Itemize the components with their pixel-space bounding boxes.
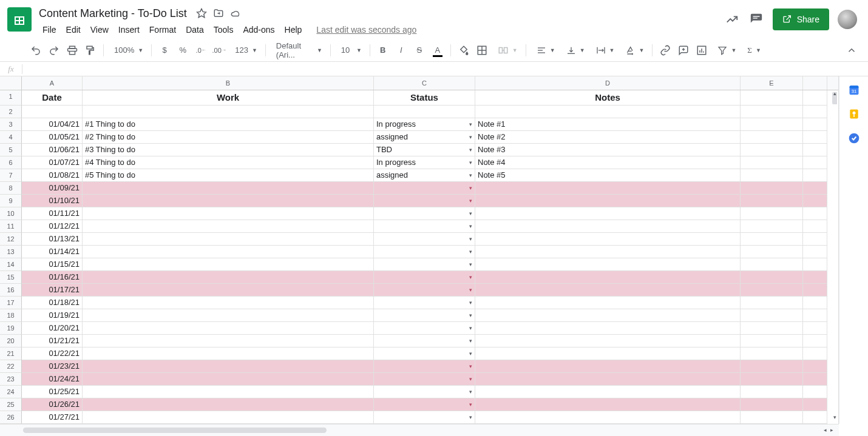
row-header[interactable]: 4: [0, 131, 22, 144]
row-header[interactable]: 5: [0, 144, 22, 156]
strikethrough-button[interactable]: S: [412, 42, 427, 58]
sheet-scroll-left[interactable]: ◂: [822, 426, 829, 434]
cell[interactable]: [741, 90, 803, 106]
cell[interactable]: [741, 271, 803, 284]
cell[interactable]: [741, 411, 803, 424]
menu-data[interactable]: Data: [181, 22, 209, 37]
format-percent-button[interactable]: %: [175, 42, 191, 58]
print-button[interactable]: [64, 42, 80, 58]
status-dropdown-cell[interactable]: [374, 233, 475, 246]
row-header[interactable]: 11: [0, 220, 22, 233]
cell[interactable]: [741, 106, 803, 118]
status-dropdown-cell[interactable]: [374, 195, 475, 207]
cell[interactable]: 01/10/21: [22, 195, 83, 207]
fill-color-button[interactable]: [456, 42, 472, 58]
cell[interactable]: #5 Thing to do: [83, 169, 374, 182]
cell[interactable]: 01/20/21: [22, 322, 83, 335]
status-dropdown-cell[interactable]: [374, 335, 475, 347]
merge-cells-dropdown[interactable]: ▼: [492, 42, 521, 58]
cell[interactable]: 01/04/21: [22, 118, 83, 131]
cell[interactable]: 01/15/21: [22, 258, 83, 271]
cell[interactable]: #1 Thing to do: [83, 118, 374, 131]
font-family-dropdown[interactable]: Default (Ari...▼: [271, 42, 325, 58]
row-header[interactable]: 9: [0, 195, 22, 207]
cell[interactable]: [475, 106, 741, 118]
cell[interactable]: [475, 360, 741, 373]
cell[interactable]: 01/09/21: [22, 182, 83, 195]
cell[interactable]: [803, 156, 827, 169]
status-dropdown-cell[interactable]: In progress: [374, 156, 475, 169]
status-dropdown-cell[interactable]: [374, 207, 475, 220]
cell[interactable]: [83, 335, 374, 347]
cell[interactable]: [83, 233, 374, 246]
row-header[interactable]: 13: [0, 246, 22, 258]
cell[interactable]: [475, 386, 741, 398]
cell[interactable]: [803, 284, 827, 297]
cell[interactable]: 01/05/21: [22, 131, 83, 144]
comments-icon[interactable]: [748, 12, 764, 27]
cell[interactable]: Work: [83, 90, 374, 106]
cell[interactable]: [803, 195, 827, 207]
col-header-E[interactable]: E: [741, 76, 803, 90]
cell[interactable]: [475, 411, 741, 424]
cell[interactable]: [741, 169, 803, 182]
row-header[interactable]: 25: [0, 398, 22, 411]
menu-addons[interactable]: Add-ons: [238, 22, 279, 37]
cell[interactable]: [83, 347, 374, 360]
row-header[interactable]: 19: [0, 322, 22, 335]
cell[interactable]: [83, 398, 374, 411]
more-formats-dropdown[interactable]: 123▼: [229, 42, 260, 58]
cell[interactable]: #4 Thing to do: [83, 156, 374, 169]
status-dropdown-cell[interactable]: [374, 398, 475, 411]
cell[interactable]: [475, 373, 741, 386]
row-header[interactable]: 2: [0, 106, 22, 118]
cell[interactable]: [83, 297, 374, 309]
cell[interactable]: [803, 220, 827, 233]
increase-decimal-button[interactable]: .00→: [211, 42, 227, 58]
horizontal-align-dropdown[interactable]: ▼: [531, 42, 558, 58]
cell[interactable]: [741, 246, 803, 258]
status-dropdown-cell[interactable]: [374, 347, 475, 360]
undo-button[interactable]: [28, 42, 44, 58]
cell[interactable]: [741, 118, 803, 131]
cell[interactable]: 01/24/21: [22, 373, 83, 386]
status-dropdown-cell[interactable]: TBD: [374, 144, 475, 156]
cell[interactable]: [741, 373, 803, 386]
cell[interactable]: 01/13/21: [22, 233, 83, 246]
cell[interactable]: [83, 258, 374, 271]
zoom-dropdown[interactable]: 100%▼: [109, 42, 146, 58]
status-dropdown-cell[interactable]: [374, 322, 475, 335]
col-header-D[interactable]: D: [475, 76, 741, 90]
sheet-scroll-right[interactable]: ▸: [829, 426, 835, 434]
row-header[interactable]: 6: [0, 156, 22, 169]
formula-input[interactable]: [22, 62, 868, 76]
cell[interactable]: [803, 271, 827, 284]
row-header[interactable]: 17: [0, 297, 22, 309]
row-header[interactable]: 20: [0, 335, 22, 347]
cell[interactable]: [83, 373, 374, 386]
cell[interactable]: [741, 322, 803, 335]
cell[interactable]: Notes: [475, 90, 741, 106]
cell[interactable]: [741, 131, 803, 144]
cell[interactable]: [83, 182, 374, 195]
paint-format-button[interactable]: [83, 42, 98, 58]
cell[interactable]: [741, 207, 803, 220]
col-header-A[interactable]: A: [22, 76, 83, 90]
cell[interactable]: 01/22/21: [22, 347, 83, 360]
scroll-down-button[interactable]: ▾: [831, 414, 838, 424]
calendar-icon[interactable]: 31: [848, 84, 860, 96]
activity-icon[interactable]: [724, 12, 740, 27]
cell[interactable]: [803, 322, 827, 335]
status-dropdown-cell[interactable]: [374, 411, 475, 424]
cell[interactable]: [803, 309, 827, 322]
menu-format[interactable]: Format: [144, 22, 181, 37]
cell[interactable]: [475, 335, 741, 347]
cell[interactable]: Note #1: [475, 118, 741, 131]
cell[interactable]: [803, 182, 827, 195]
row-header[interactable]: 7: [0, 169, 22, 182]
cell[interactable]: [475, 309, 741, 322]
bold-button[interactable]: B: [375, 42, 391, 58]
row-header[interactable]: 3: [0, 118, 22, 131]
cell[interactable]: [83, 220, 374, 233]
menu-tools[interactable]: Tools: [209, 22, 239, 37]
